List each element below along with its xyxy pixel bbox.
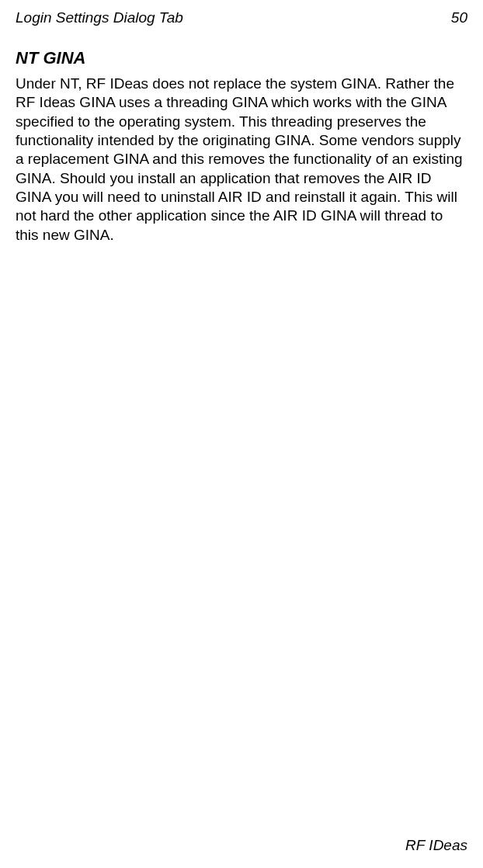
body-paragraph: Under NT, RF IDeas does not replace the …: [16, 75, 467, 245]
page-header: Login Settings Dialog Tab 50: [16, 9, 467, 26]
header-title: Login Settings Dialog Tab: [16, 9, 183, 26]
footer-text: RF IDeas: [405, 837, 467, 854]
section-title: NT GINA: [16, 48, 467, 68]
page-number: 50: [451, 9, 467, 26]
